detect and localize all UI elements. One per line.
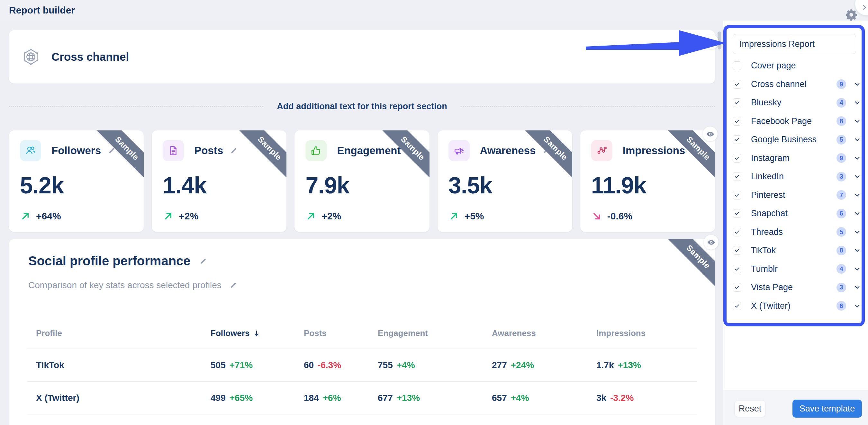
metric-card-impressions: Impressions11.9k-0.6%Sample <box>580 130 715 232</box>
report-name-input[interactable] <box>733 34 856 54</box>
section-list-item-tiktok[interactable]: TikTok8 <box>723 241 868 260</box>
page-title: Report builder <box>9 5 75 16</box>
section-visibility-eye-icon[interactable] <box>703 127 717 141</box>
chevron-down-icon[interactable] <box>854 99 861 106</box>
column-header-posts[interactable]: Posts <box>304 328 378 338</box>
trend-up-arrow-icon <box>21 211 30 221</box>
section-checkbox[interactable] <box>733 172 741 181</box>
posts-icon <box>163 140 184 161</box>
section-list-item-linkedin[interactable]: LinkedIn3 <box>723 167 868 186</box>
edit-pencil-icon[interactable] <box>229 281 238 289</box>
section-label: X (Twitter) <box>751 301 790 311</box>
column-header-impressions[interactable]: Impressions <box>596 328 697 338</box>
section-checkbox[interactable] <box>733 283 741 292</box>
section-list-item-tumblr[interactable]: Tumblr4 <box>723 260 868 279</box>
widget-count-badge: 8 <box>837 116 846 126</box>
metric-cell: 677+13% <box>378 393 492 403</box>
column-header-awareness[interactable]: Awareness <box>492 328 596 338</box>
section-visibility-eye-icon[interactable] <box>704 235 718 250</box>
section-checkbox[interactable] <box>733 228 741 236</box>
section-list-item-snapchat[interactable]: Snapchat6 <box>723 204 868 223</box>
widget-count-badge: 7 <box>837 190 846 200</box>
section-list-item-instagram[interactable]: Instagram9 <box>723 149 868 168</box>
widget-count-badge: 3 <box>837 172 846 182</box>
chevron-down-icon[interactable] <box>854 266 861 272</box>
section-checkbox[interactable] <box>733 80 741 89</box>
column-header-profile[interactable]: Profile <box>36 328 211 338</box>
metric-cell: 499+65% <box>211 393 304 403</box>
dotted-divider <box>461 106 715 107</box>
chevron-down-icon[interactable] <box>854 118 861 125</box>
section-list-item-facebook-page[interactable]: Facebook Page8 <box>723 112 868 131</box>
add-text-row[interactable]: Add additional text for this report sect… <box>9 98 715 115</box>
section-list-item-cover-page[interactable]: Cover page <box>723 57 868 75</box>
section-checkbox[interactable] <box>733 135 741 144</box>
metric-label: Posts <box>194 144 223 157</box>
chevron-down-icon[interactable] <box>854 303 861 309</box>
metric-trend: +64% <box>36 211 61 222</box>
section-label: Google Business <box>751 135 816 144</box>
edit-pencil-icon[interactable] <box>229 146 238 155</box>
metric-value: 11.9k <box>591 172 704 199</box>
section-checkbox[interactable] <box>733 98 741 107</box>
edit-pencil-icon[interactable] <box>407 146 415 155</box>
edit-pencil-icon[interactable] <box>107 146 116 155</box>
widget-count-badge: 5 <box>837 135 846 144</box>
chevron-down-icon[interactable] <box>854 210 861 217</box>
edit-pencil-icon[interactable] <box>691 146 700 155</box>
section-checkbox[interactable] <box>733 246 741 255</box>
column-header-engagement[interactable]: Engagement <box>378 328 492 338</box>
edit-pencil-icon[interactable] <box>199 257 207 265</box>
widget-count-badge: 4 <box>837 98 846 108</box>
metric-trend: +2% <box>179 211 198 222</box>
section-list-item-vista-page[interactable]: Vista Page3 <box>723 278 868 297</box>
section-checkbox[interactable] <box>733 61 741 70</box>
metric-cards: Followers5.2k+64%SamplePosts1.4k+2%Sampl… <box>9 130 715 232</box>
section-list-item-cross-channel[interactable]: Cross channel9 <box>723 75 868 94</box>
chevron-down-icon[interactable] <box>854 81 861 88</box>
followers-icon <box>20 140 41 161</box>
globe-network-icon <box>21 47 40 66</box>
report-canvas: Cross channel Add additional text for th… <box>0 21 723 425</box>
metric-cell: 755+4% <box>378 360 492 370</box>
edit-pencil-icon[interactable] <box>542 146 550 155</box>
chevron-down-icon[interactable] <box>854 155 861 162</box>
report-settings-panel: Cover pageCross channel9Bluesky4Facebook… <box>723 21 868 425</box>
reset-button[interactable]: Reset <box>735 400 766 417</box>
chevron-down-icon[interactable] <box>854 192 861 199</box>
section-subtitle: Comparison of key stats across selected … <box>28 280 221 290</box>
add-text-placeholder[interactable]: Add additional text for this report sect… <box>277 101 447 111</box>
top-bar: Report builder <box>0 0 868 21</box>
section-label: Pinterest <box>751 190 785 200</box>
metric-card-engagement: Engagement7.9k+2%Sample <box>294 130 429 232</box>
section-checkbox[interactable] <box>733 154 741 163</box>
section-checkbox[interactable] <box>733 117 741 126</box>
metric-trend: +2% <box>321 211 341 222</box>
gear-icon[interactable] <box>845 8 858 21</box>
metric-cell: 505+71% <box>211 360 304 370</box>
impressions-icon <box>591 140 613 161</box>
metric-cell: 3k-3.2% <box>596 393 697 403</box>
section-checkbox[interactable] <box>733 302 741 310</box>
chevron-down-icon[interactable] <box>854 229 861 235</box>
section-visibility-eye-icon[interactable] <box>704 34 718 49</box>
column-header-followers[interactable]: Followers <box>211 328 304 338</box>
section-list-item-x-twitter[interactable]: X (Twitter)6 <box>723 297 868 316</box>
chevron-down-icon[interactable] <box>854 173 861 180</box>
metric-cell: 1.7k+13% <box>596 360 697 370</box>
save-template-button[interactable]: Save template <box>793 400 862 418</box>
chevron-down-icon[interactable] <box>854 284 861 291</box>
section-checkbox[interactable] <box>733 209 741 218</box>
section-list-item-pinterest[interactable]: Pinterest7 <box>723 186 868 205</box>
widget-count-badge: 6 <box>837 301 846 310</box>
section-checkbox[interactable] <box>733 265 741 273</box>
chevron-down-icon[interactable] <box>854 247 861 254</box>
section-label: Cover page <box>751 61 796 71</box>
section-list-item-google-business[interactable]: Google Business5 <box>723 130 868 149</box>
metric-label: Impressions <box>623 144 685 157</box>
trend-up-arrow-icon <box>306 211 316 221</box>
section-list-item-bluesky[interactable]: Bluesky4 <box>723 94 868 112</box>
section-list-item-threads[interactable]: Threads5 <box>723 223 868 241</box>
section-checkbox[interactable] <box>733 191 741 199</box>
chevron-down-icon[interactable] <box>854 136 861 143</box>
